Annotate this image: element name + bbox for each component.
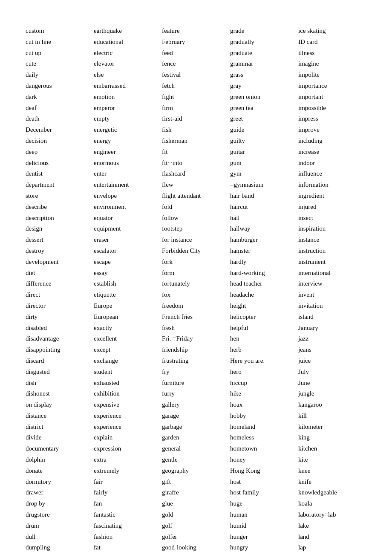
list-item: Hong Kong — [230, 465, 298, 477]
list-item: disadvantage — [26, 333, 94, 344]
list-item: garbage — [162, 422, 230, 433]
list-item: fisherman — [162, 136, 230, 147]
list-item: impossible — [298, 103, 366, 114]
list-item: December — [26, 124, 94, 136]
list-item: dolphin — [26, 454, 94, 465]
list-item: French fries — [162, 312, 230, 323]
list-item: geography — [162, 465, 230, 477]
list-item: host — [230, 477, 298, 488]
list-item: fair — [94, 477, 162, 488]
list-item: expression — [94, 443, 162, 454]
list-item: invent — [298, 289, 366, 301]
list-item: human — [230, 509, 298, 520]
list-item: helpful — [230, 323, 298, 334]
word-column-1: customcut in linecut upcutedailydangerou… — [26, 26, 94, 555]
list-item: exchange — [94, 356, 162, 367]
list-item: form — [162, 268, 230, 279]
list-item: hoax — [230, 399, 298, 410]
list-item: grade — [230, 26, 298, 37]
list-item: energetic — [94, 124, 162, 136]
list-item: important — [298, 92, 366, 103]
list-item: disgusted — [26, 367, 94, 378]
list-item: first-aid — [162, 113, 230, 124]
list-item: green tea — [230, 103, 298, 114]
list-item: husband — [230, 553, 298, 555]
list-item: hiccup — [230, 378, 298, 389]
list-item: deep — [26, 147, 94, 158]
list-item: information — [298, 179, 366, 191]
list-item: impress — [298, 113, 366, 124]
word-column-4: gradegraduallygraduategrammargrassgraygr… — [230, 26, 298, 555]
list-item: gym — [230, 168, 298, 179]
list-item: electric — [94, 48, 162, 59]
list-item: fence — [162, 58, 230, 69]
list-item: instruction — [298, 246, 366, 257]
list-item: director — [26, 301, 94, 312]
list-item: ice skating — [298, 26, 366, 37]
list-item: environment — [94, 202, 162, 213]
list-item: general — [162, 443, 230, 454]
list-item: emperor — [94, 103, 162, 114]
list-item: escape — [94, 257, 162, 268]
list-item: dentist — [26, 168, 94, 179]
list-item: fascinating — [94, 520, 162, 532]
list-item: documentary — [26, 443, 94, 454]
list-item: hunger — [230, 532, 298, 543]
list-item: Europe — [94, 301, 162, 312]
list-item: else — [94, 69, 162, 81]
list-item: invitation — [298, 301, 366, 312]
list-item: flashcard — [162, 168, 230, 179]
list-item: height — [230, 301, 298, 312]
list-item: custom — [26, 26, 94, 37]
list-item: glue — [162, 498, 230, 509]
list-item: for instance — [162, 234, 230, 246]
list-item: disappointing — [26, 344, 94, 356]
list-item: fight — [162, 92, 230, 103]
list-item: fantastic — [94, 509, 162, 520]
list-item: laboratory=lab — [298, 509, 366, 520]
list-item: instance — [298, 234, 366, 246]
list-item: gift — [162, 477, 230, 488]
list-item: educational — [94, 37, 162, 48]
list-item: expensive — [94, 399, 162, 410]
list-item: essay — [94, 268, 162, 279]
list-item: department — [26, 179, 94, 191]
list-item: importance — [298, 81, 366, 92]
list-item: diet — [26, 268, 94, 279]
list-item: exhausted — [94, 378, 162, 389]
list-item: dangerous — [26, 81, 94, 92]
list-item: cute — [26, 58, 94, 69]
list-item: gum — [230, 158, 298, 169]
list-item: on display — [26, 399, 94, 410]
list-item: dish — [26, 378, 94, 389]
list-item: improve — [298, 124, 366, 136]
list-item: gold — [162, 509, 230, 520]
list-item: experience — [94, 422, 162, 433]
word-column-5: ice skatingID cardillnessimagineimpolite… — [298, 26, 366, 555]
list-item: direct — [26, 289, 94, 301]
list-item: January — [298, 323, 366, 334]
list-item: enormous — [94, 158, 162, 169]
list-item: fish — [162, 124, 230, 136]
list-item: hometown — [230, 443, 298, 454]
list-item: juice — [298, 356, 366, 367]
list-item: homeless — [230, 432, 298, 443]
list-item: fat — [94, 542, 162, 553]
list-item: green onion — [230, 92, 298, 103]
list-item: influence — [298, 168, 366, 179]
list-item: land — [298, 532, 366, 543]
list-item: development — [26, 257, 94, 268]
list-item: graduate — [230, 48, 298, 59]
list-item: Forbidden City — [162, 246, 230, 257]
list-item: hair band — [230, 191, 298, 202]
list-item: fetch — [162, 81, 230, 92]
list-item: jungle — [298, 388, 366, 399]
list-item: Fri. =Friday — [162, 333, 230, 344]
list-item: frustrating — [162, 356, 230, 367]
list-item: head teacher — [230, 278, 298, 289]
list-item: lake — [298, 520, 366, 532]
list-item: haircut — [230, 202, 298, 213]
list-item: daily — [26, 69, 94, 81]
list-item: Here you are. — [230, 356, 298, 367]
list-item: firm — [162, 103, 230, 114]
